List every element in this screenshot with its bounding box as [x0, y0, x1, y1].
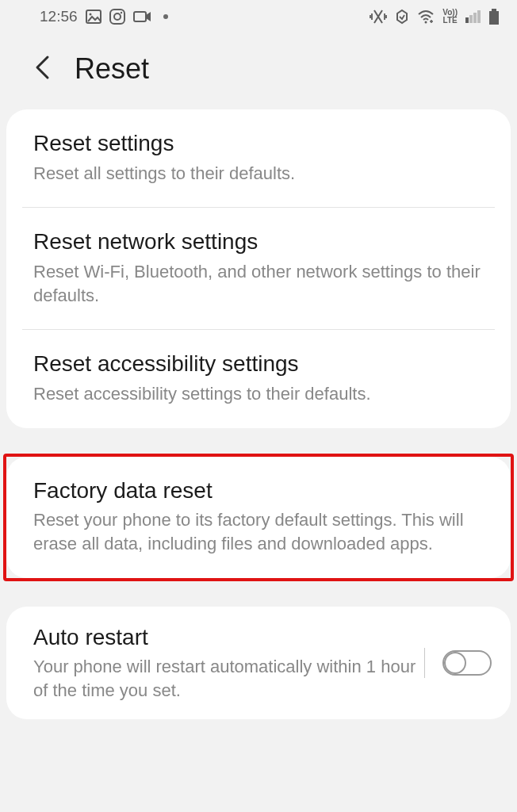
reset-network-title: Reset network settings — [33, 228, 484, 255]
reset-accessibility-desc: Reset accessibility settings to their de… — [33, 382, 484, 406]
auto-restart-title: Auto restart — [33, 624, 416, 651]
svg-point-1 — [89, 13, 91, 16]
reset-settings-title: Reset settings — [33, 130, 484, 157]
factory-reset-title: Factory data reset — [33, 477, 484, 504]
volte-indicator: Vo)) LTE — [442, 9, 458, 25]
battery-icon — [488, 9, 500, 25]
svg-point-6 — [425, 21, 427, 24]
clock: 12:56 — [40, 8, 78, 25]
signal-icon — [465, 10, 481, 23]
factory-reset-highlight: Factory data reset Reset your phone to i… — [3, 454, 514, 581]
svg-rect-2 — [110, 10, 124, 24]
reset-settings-item[interactable]: Reset settings Reset all settings to the… — [6, 109, 511, 207]
page-title: Reset — [75, 52, 149, 86]
instagram-icon — [109, 9, 125, 25]
auto-restart-card: Auto restart Your phone will restart aut… — [6, 607, 511, 720]
factory-data-reset-item[interactable]: Factory data reset Reset your phone to i… — [6, 457, 511, 578]
svg-rect-8 — [489, 11, 499, 25]
reset-network-desc: Reset Wi-Fi, Bluetooth, and other networ… — [33, 260, 484, 307]
auto-restart-desc: Your phone will restart automatically wi… — [33, 655, 416, 702]
reset-accessibility-item[interactable]: Reset accessibility settings Reset acces… — [6, 330, 511, 427]
back-button[interactable] — [33, 54, 51, 84]
reset-accessibility-title: Reset accessibility settings — [33, 350, 484, 377]
vibrate-icon — [370, 9, 387, 25]
page-header: Reset — [0, 30, 517, 109]
reset-options-card: Reset settings Reset all settings to the… — [6, 109, 511, 428]
status-bar: 12:56 Vo)) LTE — [0, 0, 517, 30]
picture-icon — [86, 10, 101, 24]
svg-point-4 — [120, 12, 121, 13]
svg-rect-7 — [492, 9, 496, 11]
reset-network-item[interactable]: Reset network settings Reset Wi-Fi, Blue… — [6, 208, 511, 329]
data-saver-icon — [395, 9, 409, 25]
wifi-icon — [417, 10, 435, 24]
factory-reset-desc: Reset your phone to its factory default … — [33, 508, 484, 555]
svg-rect-5 — [134, 12, 146, 21]
more-indicator — [163, 14, 168, 19]
svg-point-3 — [114, 13, 121, 20]
auto-restart-item[interactable]: Auto restart Your phone will restart aut… — [6, 607, 511, 720]
toggle-divider — [424, 648, 425, 678]
auto-restart-toggle[interactable] — [442, 650, 492, 676]
reset-settings-desc: Reset all settings to their defaults. — [33, 162, 484, 186]
video-icon — [133, 10, 152, 24]
